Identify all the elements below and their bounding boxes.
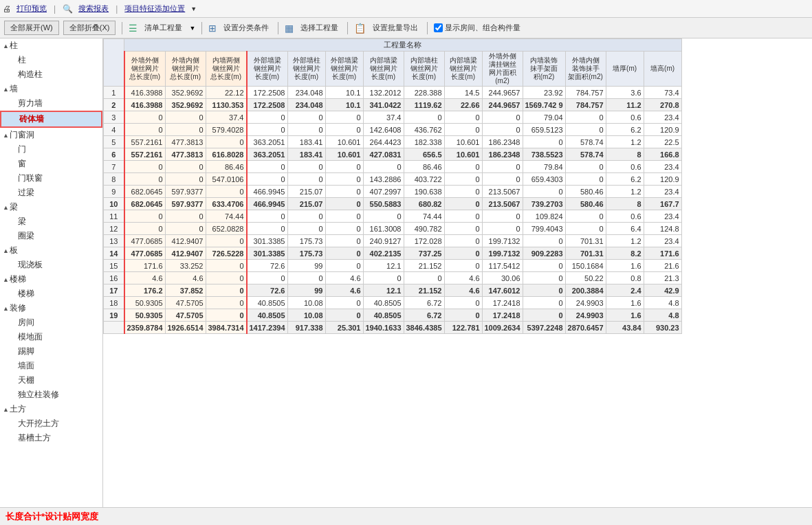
sidebar-item-qiangmian[interactable]: 墙面 <box>0 359 102 373</box>
table-cell: 0 <box>247 223 288 235</box>
sidebar-item-men[interactable]: 门 <box>0 142 102 157</box>
status-text: 长度合计*设计贴网宽度 <box>6 511 98 523</box>
sidebar-item-shili[interactable]: 剪力墙 <box>0 96 102 111</box>
table-cell: 1.6 <box>606 297 644 309</box>
set-batch-btn[interactable]: 设置批量导出 <box>370 23 421 33</box>
table-cell: 120.9 <box>644 124 681 136</box>
row-number: 8 <box>104 173 124 186</box>
sidebar-item-zhuti[interactable]: 砖体墙 <box>0 111 102 128</box>
table-cell: 11.2 <box>606 99 644 111</box>
sidebar-item-menlianchuang[interactable]: 门联窗 <box>0 171 102 186</box>
table-cell: 0 <box>325 297 363 309</box>
table-cell: 580.46 <box>565 186 606 198</box>
sidebar-item-jicao[interactable]: 基槽土方 <box>0 431 102 445</box>
row-number: 18 <box>104 297 124 309</box>
tree-item-label: 构造柱 <box>18 69 43 79</box>
table-cell: 244.9657 <box>482 87 523 99</box>
sidebar-item-duzhu[interactable]: 独立柱装修 <box>0 388 102 402</box>
table-cell: 0 <box>404 111 444 124</box>
table-cell: 30.06 <box>482 272 523 284</box>
table-cell: 436.762 <box>404 124 444 136</box>
col-header-c4: 外部墙梁钢丝网片长度(m) <box>247 52 288 87</box>
table-cell: 124.8 <box>644 223 681 235</box>
table-cell: 215.07 <box>287 186 325 198</box>
table-cell: 10.08 <box>287 297 325 309</box>
table-cell: 213.5067 <box>482 198 523 210</box>
sidebar-item-dimian[interactable]: 模地面 <box>0 330 102 344</box>
sidebar-item-gouzhu[interactable]: 构造柱 <box>0 67 102 82</box>
set-category-btn[interactable]: 设置分类条件 <box>221 23 272 33</box>
table-cell: 0 <box>165 173 206 186</box>
clear-work-btn[interactable]: 清单工程量 <box>142 23 185 33</box>
sidebar-item-jiaojiao[interactable]: 踢脚 <box>0 344 102 359</box>
col-header-c2: 外墙内侧钢丝网片总长度(m) <box>165 52 206 87</box>
table-cell: 0 <box>165 161 206 173</box>
row-number: 4 <box>104 124 124 136</box>
row-number: 13 <box>104 235 124 247</box>
col-header-c7: 内部墙梁钢丝网片长度(m) <box>363 52 404 87</box>
location-dropdown[interactable]: ▼ <box>190 5 197 12</box>
sidebar-item-dakuai[interactable]: 大开挖土方 <box>0 416 102 431</box>
search-label[interactable]: 搜索报表 <box>78 3 109 14</box>
tree-item-label: 剪力墙 <box>18 98 43 108</box>
show-room-checkbox[interactable] <box>434 23 443 32</box>
table-cell: 6.72 <box>404 297 444 309</box>
tree-item-label: 窗 <box>18 159 26 168</box>
show-room-label[interactable]: 显示房间、组合构件量 <box>434 23 520 33</box>
table-cell: 99 <box>287 260 325 272</box>
sidebar-item-liang-child[interactable]: 梁 <box>0 214 102 229</box>
col-header-c14: 墙高(m) <box>644 52 681 87</box>
table-cell: 6.4 <box>606 223 644 235</box>
sidebar-item-tufang[interactable]: ▲土方 <box>0 402 102 416</box>
expand-all-btn[interactable]: 全部展开(W) <box>4 21 59 35</box>
sidebar-item-chuang[interactable]: 窗 <box>0 157 102 171</box>
table-wrapper[interactable]: 工程量名称 外墙外侧钢丝网片总长度(m)外墙内侧钢丝网片总长度(m)内墙两侧钢丝… <box>103 38 812 525</box>
sidebar-item-ban[interactable]: ▲板 <box>0 243 102 258</box>
sidebar-item-loti[interactable]: ▲楼梯 <box>0 272 102 287</box>
table-cell: 0 <box>444 247 482 260</box>
select-work-btn[interactable]: 选择工程量 <box>298 23 341 33</box>
table-cell: 633.4706 <box>206 198 247 210</box>
sidebar-item-xianzhuban[interactable]: 现浇板 <box>0 258 102 272</box>
table-cell: 701.31 <box>565 235 606 247</box>
sidebar-item-tianpeng[interactable]: 天棚 <box>0 373 102 388</box>
sidebar-item-loti-child[interactable]: 楼梯 <box>0 287 102 301</box>
row-number <box>104 322 124 334</box>
tree-item-label: 现浇板 <box>18 260 43 269</box>
table-cell: 10.1 <box>325 99 363 111</box>
table-cell: 2359.8784 <box>124 322 166 334</box>
table-cell: 0 <box>523 309 565 322</box>
sidebar-item-menlian[interactable]: ▲门窗洞 <box>0 128 102 142</box>
tree-arrow: ▲ <box>3 276 10 283</box>
sidebar-item-zhu-child[interactable]: 柱 <box>0 53 102 67</box>
sidebar-item-guoliang[interactable]: 过梁 <box>0 186 102 200</box>
sidebar-item-zhu[interactable]: ▲柱 <box>0 38 102 53</box>
table-cell: 477.3813 <box>165 148 206 161</box>
table-cell: 0 <box>124 111 166 124</box>
sidebar-item-qiang[interactable]: ▲墙 <box>0 82 102 96</box>
location-label[interactable]: 项目特征添加位置 <box>124 3 185 14</box>
tree-item-label: 楼梯 <box>18 289 34 298</box>
table-cell: 0 <box>325 223 363 235</box>
row-number: 14 <box>104 247 124 260</box>
sidebar-item-quanliang[interactable]: 圈梁 <box>0 229 102 243</box>
table-cell: 784.757 <box>565 99 606 111</box>
collapse-all-btn[interactable]: 全部折叠(X) <box>63 21 116 35</box>
dropdown-arrow1[interactable]: ▼ <box>189 25 195 32</box>
sidebar-item-fangjian[interactable]: 房间 <box>0 315 102 330</box>
table-cell: 234.048 <box>287 99 325 111</box>
sidebar-item-zhuangxiu[interactable]: ▲装修 <box>0 301 102 315</box>
row-number: 15 <box>104 260 124 272</box>
table-cell: 79.84 <box>523 161 565 173</box>
table-cell: 142.6408 <box>363 124 404 136</box>
table-cell: 240.9127 <box>363 235 404 247</box>
print-label[interactable]: 打印预览 <box>17 3 47 14</box>
table-row: 6557.2161477.3813616.8028363.2051183.411… <box>104 148 682 161</box>
table-cell: 580.46 <box>565 198 606 210</box>
sidebar-item-liang[interactable]: ▲梁 <box>0 200 102 214</box>
table-row: 2359.87841926.65143984.73141417.2394917.… <box>104 322 682 334</box>
table-cell: 3984.7314 <box>206 322 247 334</box>
table-cell: 8 <box>606 198 644 210</box>
table-cell: 0 <box>124 223 166 235</box>
table-cell: 24.9903 <box>565 297 606 309</box>
